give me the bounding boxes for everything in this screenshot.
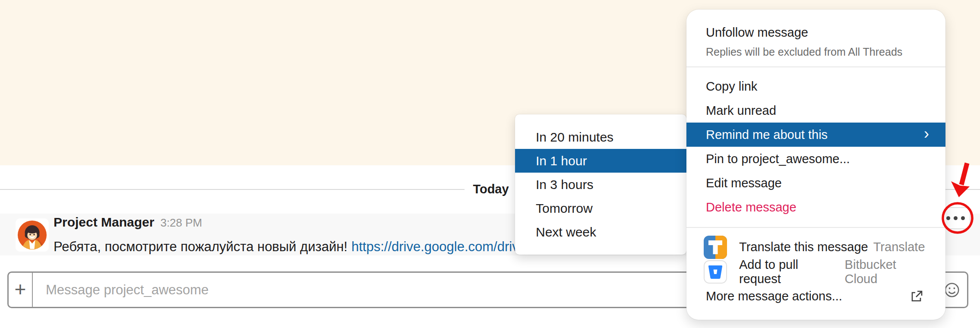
avatar-woman-illustration: [16, 218, 49, 252]
chevron-right-icon: ›: [924, 126, 929, 142]
menu-divider: [686, 66, 945, 67]
message-header: Project Manager3:28 PM: [54, 215, 202, 230]
unfollow-subtitle: Replies will be excluded from All Thread…: [686, 44, 945, 60]
app-name-suffix: Bitbucket Cloud: [845, 258, 929, 286]
avatar[interactable]: [16, 218, 49, 252]
message-link[interactable]: https://drive.google.com/drive/: [351, 239, 530, 254]
menu-item-mark-unread[interactable]: Mark unread: [686, 98, 945, 123]
translate-app-icon: [704, 236, 727, 259]
message-author[interactable]: Project Manager: [54, 215, 154, 229]
attach-button[interactable]: +: [9, 273, 33, 307]
menu-item-edit-message[interactable]: Edit message: [686, 171, 945, 195]
submenu-item-in-3-hours[interactable]: In 3 hours: [515, 173, 686, 196]
message-context-menu: Unfollow message Replies will be exclude…: [686, 9, 945, 320]
ellipsis-icon: [954, 216, 958, 220]
menu-item-pin-to-channel[interactable]: Pin to project_awesome...: [686, 147, 945, 171]
message-text: Ребята, посмотрите пожалуйста новый диза…: [54, 239, 530, 255]
smiley-icon: [944, 282, 960, 298]
menu-item-add-to-pull-request[interactable]: Add to pull request Bitbucket Cloud: [686, 259, 945, 284]
message-body-text: Ребята, посмотрите пожалуйста новый диза…: [54, 239, 348, 254]
menu-item-remind-me[interactable]: Remind me about this ›: [686, 123, 945, 147]
date-divider-label[interactable]: Today: [465, 180, 517, 199]
emoji-button[interactable]: [944, 282, 960, 298]
submenu-item-in-20-minutes[interactable]: In 20 minutes: [515, 125, 686, 149]
submenu-item-in-1-hour[interactable]: In 1 hour: [515, 149, 686, 173]
menu-item-more-message-actions[interactable]: More message actions...: [686, 284, 945, 309]
plus-icon: +: [15, 279, 26, 299]
menu-divider: [686, 227, 945, 228]
red-arrow-shaft: [961, 163, 967, 185]
bitbucket-app-icon: [704, 260, 727, 284]
submenu-item-tomorrow[interactable]: Tomorrow: [515, 196, 686, 220]
menu-item-unfollow-message[interactable]: Unfollow message: [686, 21, 945, 44]
menu-item-translate-message[interactable]: Translate this message Translate: [686, 235, 945, 259]
more-actions-button[interactable]: [946, 216, 965, 220]
ellipsis-icon: [961, 216, 965, 220]
external-link-icon: [909, 289, 924, 304]
app-name-suffix: Translate: [873, 240, 925, 254]
message-input-placeholder: Message project_awesome: [46, 273, 209, 307]
submenu-item-next-week[interactable]: Next week: [515, 220, 686, 244]
message-timestamp[interactable]: 3:28 PM: [160, 216, 202, 229]
ellipsis-icon: [946, 216, 950, 220]
remind-submenu: In 20 minutes In 1 hour In 3 hours Tomor…: [515, 114, 686, 255]
menu-item-copy-link[interactable]: Copy link: [686, 74, 945, 98]
menu-item-delete-message[interactable]: Delete message: [686, 195, 945, 219]
